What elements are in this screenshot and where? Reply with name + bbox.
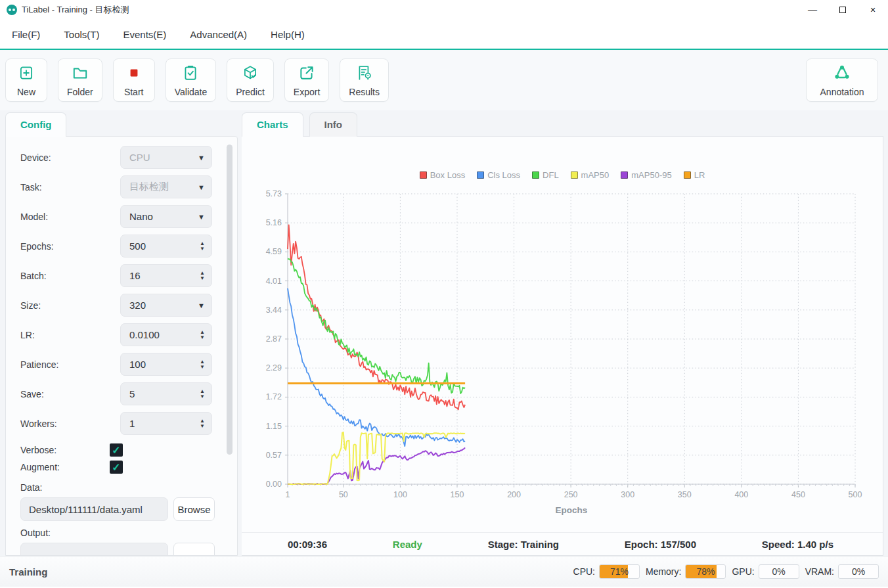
annotation-button[interactable]: Annotation bbox=[806, 58, 878, 102]
output-path-input[interactable] bbox=[20, 543, 168, 556]
form-row-augment: Augment:✓ bbox=[20, 459, 224, 476]
svg-text:500: 500 bbox=[849, 490, 862, 499]
series-box-loss bbox=[288, 225, 465, 409]
svg-text:4.59: 4.59 bbox=[266, 247, 282, 256]
chevron-down-icon: ▼ bbox=[198, 183, 205, 191]
data-path-input[interactable]: Desktop/111111/data.yaml bbox=[20, 497, 168, 521]
model-select[interactable]: Nano▼ bbox=[120, 205, 212, 228]
status-epoch: Epoch: 157/500 bbox=[625, 539, 696, 550]
status-speed: Speed: 1.40 p/s bbox=[762, 539, 833, 550]
form-row-verbose: Verbose:✓ bbox=[20, 441, 224, 459]
config-column: Config Device:CPU▼Task:目标检测▼Model:Nano▼E… bbox=[0, 110, 238, 556]
save-stepper[interactable]: 5▲▼ bbox=[120, 382, 212, 405]
output-label: Output: bbox=[20, 528, 224, 538]
meter-gpu: GPU:0% bbox=[732, 564, 799, 579]
menu-item-advanceda[interactable]: Advanced(A) bbox=[190, 29, 247, 40]
meter-label: Memory: bbox=[646, 566, 681, 577]
elapsed-time: 00:09:36 bbox=[288, 539, 327, 550]
meter-vram: VRAM:0% bbox=[805, 564, 879, 579]
window-controls: — × bbox=[797, 0, 888, 20]
chevron-down-icon: ▼ bbox=[198, 154, 205, 162]
predict-label: Predict bbox=[236, 87, 265, 97]
spin-down-icon[interactable]: ▼ bbox=[200, 335, 205, 340]
svg-text:400: 400 bbox=[734, 490, 748, 499]
validate-button[interactable]: Validate bbox=[166, 58, 217, 102]
meter-value: 78% bbox=[686, 565, 725, 578]
size-select[interactable]: 320▼ bbox=[120, 294, 212, 317]
svg-text:3.44: 3.44 bbox=[266, 305, 282, 315]
new-label: New bbox=[17, 87, 35, 97]
field-label: Batch: bbox=[20, 271, 120, 281]
start-label: Start bbox=[124, 87, 144, 97]
svg-text:2.87: 2.87 bbox=[266, 334, 282, 344]
svg-text:1.72: 1.72 bbox=[266, 392, 282, 401]
meter-gauge: 78% bbox=[685, 564, 726, 579]
menu-item-eventse[interactable]: Events(E) bbox=[123, 29, 167, 40]
maximize-button[interactable] bbox=[828, 0, 858, 20]
series-dfl bbox=[288, 259, 465, 394]
meter-gauge: 0% bbox=[759, 564, 799, 579]
new-button[interactable]: New bbox=[5, 58, 47, 102]
menubar: File(F)Tools(T)Events(E)Advanced(A)Help(… bbox=[0, 20, 888, 50]
meter-memory: Memory:78% bbox=[646, 564, 726, 579]
status-stage: Stage: Training bbox=[488, 539, 559, 550]
svg-text:0.00: 0.00 bbox=[266, 480, 282, 489]
tab-info[interactable]: Info bbox=[309, 112, 358, 137]
config-form: Device:CPU▼Task:目标检测▼Model:Nano▼Epochs:5… bbox=[20, 146, 224, 476]
field-label: LR: bbox=[20, 330, 120, 340]
export-label: Export bbox=[294, 87, 320, 97]
field-label: Save: bbox=[20, 389, 120, 399]
close-button[interactable]: × bbox=[858, 0, 888, 20]
form-row-lr: LR:0.0100▲▼ bbox=[20, 323, 224, 346]
data-label: Data: bbox=[20, 482, 224, 493]
toolbar: NewFolderStartValidatePredictExportResul… bbox=[0, 50, 888, 110]
meter-value: 0% bbox=[839, 565, 878, 578]
spin-down-icon[interactable]: ▼ bbox=[200, 365, 205, 370]
augment-checkbox[interactable]: ✓ bbox=[110, 461, 123, 474]
minimize-button[interactable]: — bbox=[797, 0, 828, 20]
svg-text:4.01: 4.01 bbox=[266, 277, 282, 286]
spin-down-icon[interactable]: ▼ bbox=[200, 394, 205, 399]
browse-data-button[interactable]: Browse bbox=[173, 497, 215, 521]
task-select: 目标检测▼ bbox=[120, 175, 212, 198]
export-arrow-icon bbox=[298, 64, 316, 82]
verbose-checkbox[interactable]: ✓ bbox=[110, 443, 123, 457]
status-ready: Ready bbox=[393, 539, 422, 550]
spin-down-icon[interactable]: ▼ bbox=[200, 246, 205, 252]
config-scrollbar[interactable] bbox=[227, 145, 233, 455]
meter-gauge: 71% bbox=[599, 564, 640, 579]
chevron-down-icon: ▼ bbox=[198, 213, 205, 221]
predict-button[interactable]: Predict bbox=[227, 58, 274, 102]
series-map50-95 bbox=[288, 447, 465, 484]
folder-icon bbox=[71, 64, 89, 82]
validate-label: Validate bbox=[175, 87, 208, 97]
folder-button[interactable]: Folder bbox=[58, 58, 102, 102]
lr-stepper[interactable]: 0.0100▲▼ bbox=[120, 323, 212, 346]
patience-stepper[interactable]: 100▲▼ bbox=[120, 353, 212, 376]
meter-gauge: 0% bbox=[838, 564, 879, 579]
results-button[interactable]: Results bbox=[340, 58, 389, 102]
spin-down-icon[interactable]: ▼ bbox=[200, 276, 205, 281]
browse-output-button[interactable] bbox=[173, 543, 215, 556]
form-row-device: Device:CPU▼ bbox=[20, 146, 224, 169]
chart-panel: Box LossCls LossDFLmAP50mAP50-95LR 5.735… bbox=[242, 136, 883, 556]
svg-text:1.15: 1.15 bbox=[266, 422, 282, 431]
statusbar: Training CPU:71%Memory:78%GPU:0%VRAM:0% bbox=[0, 556, 888, 587]
svg-text:Epochs: Epochs bbox=[556, 505, 588, 515]
epochs-stepper[interactable]: 500▲▼ bbox=[120, 235, 212, 258]
batch-stepper[interactable]: 16▲▼ bbox=[120, 264, 212, 287]
export-button[interactable]: Export bbox=[284, 58, 329, 102]
workers-stepper[interactable]: 1▲▼ bbox=[120, 412, 212, 435]
statusbar-state: Training bbox=[9, 566, 47, 577]
menu-item-helph[interactable]: Help(H) bbox=[271, 29, 305, 40]
menu-item-filef[interactable]: File(F) bbox=[12, 29, 40, 40]
spin-down-icon[interactable]: ▼ bbox=[200, 424, 205, 429]
menu-item-toolst[interactable]: Tools(T) bbox=[64, 29, 99, 40]
field-label: Workers: bbox=[20, 418, 120, 429]
form-row-save: Save:5▲▼ bbox=[20, 382, 224, 405]
tab-config[interactable]: Config bbox=[5, 112, 66, 137]
start-button[interactable]: Start bbox=[113, 58, 155, 102]
clipboard-check-icon bbox=[181, 64, 200, 82]
svg-text:250: 250 bbox=[564, 490, 578, 499]
tab-charts[interactable]: Charts bbox=[242, 112, 303, 137]
